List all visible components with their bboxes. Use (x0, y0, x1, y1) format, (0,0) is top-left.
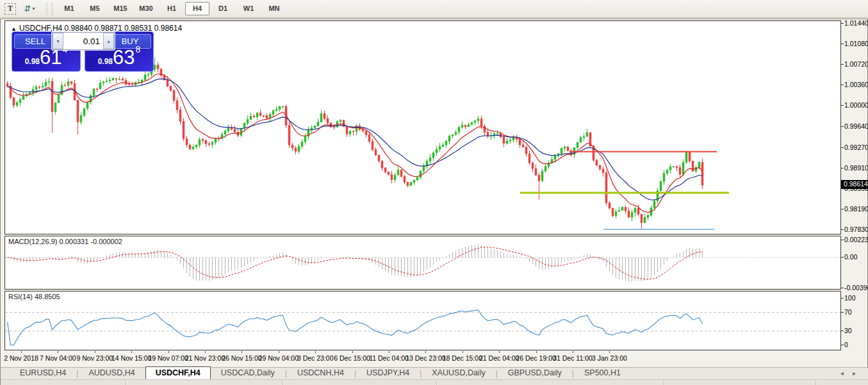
text-tool-button[interactable]: T (3, 3, 17, 15)
timeframe-button-w1[interactable]: W1 (236, 2, 261, 15)
time-tick (425, 351, 426, 353)
statusbar-separator (283, 381, 283, 385)
chart-tab-xauusd[interactable]: XAUUSD,Daily (422, 366, 495, 379)
toolbar-separator (52, 2, 53, 16)
timeframe-button-m30[interactable]: M30 (134, 2, 158, 15)
timeframe-button-m1[interactable]: M1 (57, 2, 81, 15)
volume-decrease-button[interactable]: ▼ (53, 33, 63, 49)
price-chart-panel[interactable]: ▲USDCHF,H4 0.98840 0.98871 0.98531 0.986… (4, 20, 841, 234)
chart-tab-usdcad[interactable]: USDCAD,Daily (211, 366, 285, 379)
chart-tab-usdchf[interactable]: USDCHF,H4 (145, 366, 211, 379)
chart-tab-eurusd[interactable]: EURUSD,H4 (10, 366, 76, 379)
current-price-badge: 0.98614 (841, 180, 868, 189)
price-axis-label: 1.01440 (844, 19, 868, 27)
macd-axis-label: -0.003901 (844, 284, 868, 291)
time-tick (205, 351, 206, 353)
time-tick (131, 351, 132, 353)
rsi-axis-label: 30 (844, 327, 852, 334)
rsi-axis-label: 100 (844, 294, 856, 302)
time-tick (58, 351, 58, 353)
time-axis-label: 18 Dec 15:00 (443, 354, 482, 362)
time-tick (499, 351, 500, 353)
time-axis-label: 11 Dec 04:00 (369, 354, 409, 362)
time-axis-label: 13 Dec 23:00 (405, 354, 445, 362)
chart-tab-gbpusd[interactable]: GBPUSD,Daily (498, 366, 572, 379)
price-axis-label: 1.00000 (844, 101, 868, 109)
time-axis-label: 9 Nov 23:00 (76, 354, 113, 362)
volume-increase-button[interactable]: ▲ (103, 33, 114, 49)
time-tick (315, 351, 316, 353)
chart-tab-sp500[interactable]: SP500,H1 (574, 366, 631, 379)
status-bar (1, 379, 868, 385)
time-axis-label: 3 Dec 23:00 (297, 354, 334, 362)
arrange-windows-button[interactable]: ⇵ ▾ (19, 3, 40, 15)
statusbar-separator (436, 381, 437, 385)
time-axis[interactable]: 2 Nov 20187 Nov 04:009 Nov 23:0014 Nov 1… (4, 351, 841, 366)
chart-tab-audusd[interactable]: AUDUSD,H4 (78, 366, 145, 379)
rsi-label: RSI(14) 48.8505 (8, 293, 60, 300)
buy-price-prefix: 0.98 (98, 57, 113, 66)
price-axis-label: 0.99640 (844, 122, 868, 130)
time-axis-label: 26 Nov 15:00 (222, 354, 261, 362)
time-tick (352, 351, 353, 353)
timeframe-button-m5[interactable]: M5 (83, 2, 107, 15)
timeframe-button-h4[interactable]: H4 (185, 2, 209, 15)
statusbar-separator (126, 381, 126, 385)
macd-chart (5, 236, 840, 289)
time-axis-label: 26 Dec 19:00 (516, 354, 555, 362)
timeframe-button-mn[interactable]: MN (262, 2, 286, 15)
toolbar-drag-handle (46, 3, 49, 15)
chart-tab-bar: EURUSD,H4|AUDUSD,H4USDCHF,H4USDCAD,Daily… (1, 367, 868, 379)
time-axis-label: 31 Dec 11:00 (553, 354, 593, 362)
one-click-trade-widget: SELL 0.98614 BUY 0.98638 ▼ ▲ (12, 31, 154, 72)
time-tick (95, 351, 95, 353)
buy-price-pip: 8 (136, 44, 141, 54)
buy-price-big: 63 (113, 46, 135, 69)
time-tick (389, 351, 389, 353)
time-axis-label: 2 Nov 2018 (4, 354, 38, 362)
time-axis-label: 21 Dec 04:00 (479, 354, 519, 362)
time-tick (168, 351, 169, 353)
tab-scroll-arrows[interactable]: ◂▸ (840, 370, 865, 377)
time-tick (21, 351, 22, 353)
volume-box: ▼ ▲ (52, 32, 115, 50)
price-axis-label: 0.97830 (844, 225, 868, 233)
time-axis-label: 7 Nov 04:00 (40, 354, 76, 362)
chart-tab-usdcnh[interactable]: USDCNH,H4 (287, 366, 354, 379)
statusbar-separator (815, 381, 816, 385)
macd-axis-label: 0.002239 (844, 236, 868, 243)
time-tick (609, 351, 610, 353)
macd-label: MACD(12,26,9) 0.000331 -0.000002 (8, 238, 122, 245)
sell-price-prefix: 0.98 (25, 57, 40, 66)
arrange-arrows-icon: ⇵ (24, 4, 31, 13)
timeframe-button-group: M1M5M15M30H1H4D1W1MN (56, 2, 287, 15)
rsi-panel[interactable]: RSI(14) 48.8505 (4, 291, 841, 350)
time-tick (279, 351, 279, 353)
timeframe-button-m15[interactable]: M15 (108, 2, 133, 15)
chart-window: ▲USDCHF,H4 0.98840 0.98871 0.98531 0.986… (0, 19, 868, 385)
top-toolbar: T ⇵ ▾ M1M5M15M30H1H4D1W1MN (0, 0, 868, 18)
rsi-axis-label: 70 (844, 308, 852, 316)
volume-input[interactable] (63, 33, 103, 49)
statusbar-separator (664, 381, 664, 385)
time-axis-label: 29 Nov 04:00 (259, 354, 299, 362)
timeframe-button-h1[interactable]: H1 (160, 2, 184, 15)
macd-panel[interactable]: MACD(12,26,9) 0.000331 -0.000002 (4, 236, 841, 290)
price-axis-label: 0.98910 (844, 164, 868, 172)
dropdown-caret-icon: ▾ (32, 6, 35, 12)
chart-tab-usdjpy[interactable]: USDJPY,H4 (356, 366, 420, 379)
time-axis-label: 6 Dec 15:00 (334, 354, 370, 362)
time-axis-label: 21 Nov 23:00 (185, 354, 225, 362)
price-axis-label: 0.98190 (844, 205, 868, 213)
price-axis-label: 0.99270 (844, 143, 868, 151)
text-tool-icon: T (4, 3, 16, 15)
time-axis-label: 14 Nov 15:00 (111, 354, 151, 362)
price-axis-label: 1.00360 (844, 81, 868, 88)
rsi-chart (5, 291, 840, 350)
price-axis-label: 1.01080 (844, 40, 868, 47)
macd-axis-label: 0.00 (844, 253, 857, 261)
time-axis-label: 19 Nov 07:00 (148, 354, 188, 362)
time-tick (573, 351, 573, 353)
timeframe-button-d1[interactable]: D1 (211, 2, 235, 15)
time-axis-label: 3 Jan 23:00 (592, 354, 627, 362)
